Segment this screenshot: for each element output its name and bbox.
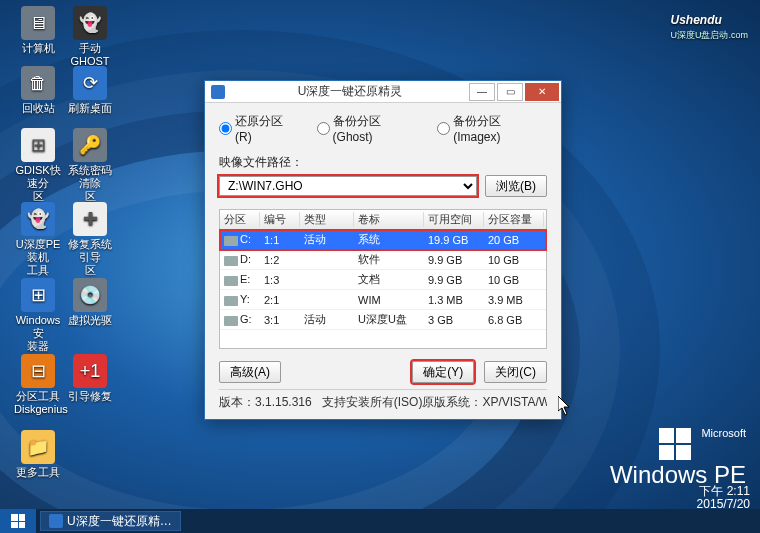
icon-vcd[interactable]: 💿虚拟光驱 [66,278,114,327]
windows-logo-icon [658,427,692,461]
titlebar[interactable]: U深度一键还原精灵 — ▭ ✕ [205,81,561,103]
ok-button[interactable]: 确定(Y) [412,361,474,383]
table-row[interactable]: G:3:1活动U深度U盘3 GB6.8 GB [220,310,546,330]
icon-bootrepair[interactable]: +1引导修复 [66,354,114,403]
icon-recycle[interactable]: 🗑回收站 [14,66,62,115]
path-label: 映像文件路径： [219,154,547,171]
table-row[interactable]: Y:2:1WIM1.3 MB3.9 MB [220,290,546,310]
browse-button[interactable]: 浏览(B) [485,175,547,197]
icon-gdisk[interactable]: ⊞GDISK快速分 区 [14,128,62,203]
tray-clock: 下午 2:112015/7/20 [697,485,750,511]
icon-wininst[interactable]: ⊞Windows安 装器 [14,278,62,353]
table-row[interactable]: C:1:1活动系统19.9 GB20 GB [220,230,546,250]
table-row[interactable]: E:1:3文档9.9 GB10 GB [220,270,546,290]
close-dialog-button[interactable]: 关闭(C) [484,361,547,383]
icon-computer[interactable]: 🖥计算机 [14,6,62,55]
restore-dialog: U深度一键还原精灵 — ▭ ✕ 还原分区(R) 备份分区(Ghost) 备份分区… [204,80,562,420]
window-title: U深度一键还原精灵 [231,83,469,100]
radio-backup-imagex[interactable]: 备份分区(Imagex) [437,113,547,144]
brand-watermark: UshenduU深度U盘启动.com [670,8,748,42]
table-row[interactable]: D:1:2软件9.9 GB10 GB [220,250,546,270]
image-path-select[interactable]: Z:\WIN7.GHO [219,176,477,196]
icon-pe[interactable]: 👻U深度PE装机 工具 [14,202,62,277]
advanced-button[interactable]: 高级(A) [219,361,281,383]
minimize-button[interactable]: — [469,83,495,101]
close-button[interactable]: ✕ [525,83,559,101]
radio-backup-ghost[interactable]: 备份分区(Ghost) [317,113,420,144]
icon-bootfix[interactable]: ✚修复系统引导 区 [66,202,114,277]
icon-pwdclear[interactable]: 🔑系统密码清除 区 [66,128,114,203]
version-bar: 版本：3.1.15.316支持安装所有(ISO)原版系统：XP/VISTA/WI… [219,389,547,411]
app-icon [49,514,63,528]
taskbar-app-button[interactable]: U深度一键还原精… [40,511,181,531]
mouse-cursor-icon [558,396,572,416]
icon-ghost[interactable]: 👻手动GHOST [66,6,114,68]
maximize-button[interactable]: ▭ [497,83,523,101]
icon-diskgen[interactable]: ⊟分区工具 Diskgenius [14,354,62,416]
icon-more[interactable]: 📁更多工具 [14,430,62,479]
taskbar: U深度一键还原精… [0,509,760,533]
radio-restore[interactable]: 还原分区(R) [219,113,299,144]
start-button[interactable] [0,509,36,533]
icon-refresh[interactable]: ⟳刷新桌面 [66,66,114,115]
winpe-brand: Microsoft Windows PE [610,427,746,489]
mode-radios: 还原分区(R) 备份分区(Ghost) 备份分区(Imagex) [219,113,547,144]
table-header: 分区编号类型卷标可用空间分区容量 [220,210,546,230]
partition-table: 分区编号类型卷标可用空间分区容量 C:1:1活动系统19.9 GB20 GBD:… [219,209,547,349]
app-icon [211,85,225,99]
